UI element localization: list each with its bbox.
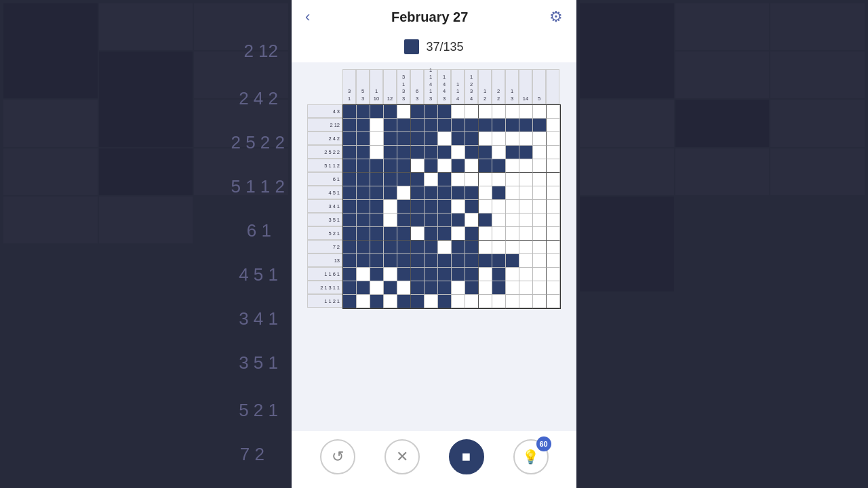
- grid-cell-0-15[interactable]: [547, 105, 560, 119]
- grid-cell-12-14[interactable]: [533, 268, 547, 281]
- grid-cell-0-13[interactable]: [519, 105, 533, 119]
- grid-cell-14-0[interactable]: [343, 295, 357, 308]
- grid-cell-2-7[interactable]: [438, 132, 452, 146]
- grid-cell-4-6[interactable]: [425, 159, 438, 173]
- grid-cell-6-6[interactable]: [425, 186, 438, 200]
- grid-cell-11-13[interactable]: [519, 254, 533, 268]
- grid-cell-14-9[interactable]: [465, 295, 479, 308]
- grid-cell-11-6[interactable]: [425, 254, 438, 268]
- grid-cell-4-5[interactable]: [411, 159, 425, 173]
- grid-cell-11-0[interactable]: [343, 254, 357, 268]
- grid-cell-8-15[interactable]: [547, 214, 560, 227]
- grid-cell-12-2[interactable]: [370, 268, 384, 281]
- grid-cell-12-6[interactable]: [425, 268, 438, 281]
- grid-cell-2-0[interactable]: [343, 132, 357, 146]
- grid-cell-3-7[interactable]: [438, 146, 452, 159]
- grid-cell-12-12[interactable]: [506, 268, 519, 281]
- grid-cell-4-3[interactable]: [384, 159, 397, 173]
- grid-cell-7-9[interactable]: [465, 200, 479, 214]
- grid-cell-13-7[interactable]: [438, 281, 452, 295]
- grid-cell-2-10[interactable]: [479, 132, 492, 146]
- grid-cell-5-4[interactable]: [397, 173, 411, 186]
- grid-cell-14-3[interactable]: [384, 295, 397, 308]
- grid-cell-0-5[interactable]: [411, 105, 425, 119]
- grid-cell-5-5[interactable]: [411, 173, 425, 186]
- grid-cell-13-15[interactable]: [547, 281, 560, 295]
- grid-cell-1-6[interactable]: [425, 119, 438, 132]
- grid-cell-3-2[interactable]: [370, 146, 384, 159]
- grid-cell-14-2[interactable]: [370, 295, 384, 308]
- grid-cell-2-11[interactable]: [492, 132, 506, 146]
- grid-cell-12-1[interactable]: [357, 268, 370, 281]
- grid-cell-1-10[interactable]: [479, 119, 492, 132]
- grid-cell-0-14[interactable]: [533, 105, 547, 119]
- grid-cell-3-13[interactable]: [519, 146, 533, 159]
- grid-cell-5-13[interactable]: [519, 173, 533, 186]
- grid-cell-0-6[interactable]: [425, 105, 438, 119]
- fill-button[interactable]: ■: [449, 439, 484, 474]
- grid-cell-11-15[interactable]: [547, 254, 560, 268]
- grid-cell-3-3[interactable]: [384, 146, 397, 159]
- grid-cell-1-4[interactable]: [397, 119, 411, 132]
- grid-cell-0-7[interactable]: [438, 105, 452, 119]
- grid-cell-6-8[interactable]: [452, 186, 465, 200]
- grid-cell-1-3[interactable]: [384, 119, 397, 132]
- grid-cell-14-1[interactable]: [357, 295, 370, 308]
- grid-cell-6-1[interactable]: [357, 186, 370, 200]
- grid-cell-4-4[interactable]: [397, 159, 411, 173]
- puzzle-grid[interactable]: [342, 104, 561, 309]
- grid-cell-2-6[interactable]: [425, 132, 438, 146]
- grid-cell-3-10[interactable]: [479, 146, 492, 159]
- grid-cell-1-11[interactable]: [492, 119, 506, 132]
- grid-cell-3-8[interactable]: [452, 146, 465, 159]
- grid-cell-4-1[interactable]: [357, 159, 370, 173]
- grid-cell-9-5[interactable]: [411, 227, 425, 241]
- grid-cell-7-12[interactable]: [506, 200, 519, 214]
- grid-cell-4-12[interactable]: [506, 159, 519, 173]
- grid-cell-8-12[interactable]: [506, 214, 519, 227]
- grid-cell-14-4[interactable]: [397, 295, 411, 308]
- grid-cell-12-7[interactable]: [438, 268, 452, 281]
- grid-cell-10-15[interactable]: [547, 241, 560, 254]
- grid-cell-13-6[interactable]: [425, 281, 438, 295]
- grid-cell-6-4[interactable]: [397, 186, 411, 200]
- grid-cell-9-6[interactable]: [425, 227, 438, 241]
- grid-cell-13-3[interactable]: [384, 281, 397, 295]
- grid-cell-10-6[interactable]: [425, 241, 438, 254]
- grid-cell-2-1[interactable]: [357, 132, 370, 146]
- grid-cell-10-8[interactable]: [452, 241, 465, 254]
- grid-cell-1-5[interactable]: [411, 119, 425, 132]
- grid-cell-10-2[interactable]: [370, 241, 384, 254]
- grid-cell-2-9[interactable]: [465, 132, 479, 146]
- grid-cell-7-6[interactable]: [425, 200, 438, 214]
- grid-cell-4-2[interactable]: [370, 159, 384, 173]
- grid-cell-14-6[interactable]: [425, 295, 438, 308]
- grid-cell-10-9[interactable]: [465, 241, 479, 254]
- grid-cell-8-11[interactable]: [492, 214, 506, 227]
- grid-cell-6-12[interactable]: [506, 186, 519, 200]
- grid-cell-1-2[interactable]: [370, 119, 384, 132]
- grid-cell-14-8[interactable]: [452, 295, 465, 308]
- grid-cell-11-7[interactable]: [438, 254, 452, 268]
- grid-cell-6-15[interactable]: [547, 186, 560, 200]
- grid-cell-8-6[interactable]: [425, 214, 438, 227]
- grid-cell-4-11[interactable]: [492, 159, 506, 173]
- grid-cell-3-11[interactable]: [492, 146, 506, 159]
- grid-cell-10-7[interactable]: [438, 241, 452, 254]
- grid-cell-7-3[interactable]: [384, 200, 397, 214]
- grid-cell-8-3[interactable]: [384, 214, 397, 227]
- grid-cell-7-15[interactable]: [547, 200, 560, 214]
- grid-cell-6-0[interactable]: [343, 186, 357, 200]
- grid-cell-1-13[interactable]: [519, 119, 533, 132]
- grid-cell-6-10[interactable]: [479, 186, 492, 200]
- grid-cell-12-4[interactable]: [397, 268, 411, 281]
- grid-cell-8-5[interactable]: [411, 214, 425, 227]
- grid-cell-10-13[interactable]: [519, 241, 533, 254]
- grid-cell-2-3[interactable]: [384, 132, 397, 146]
- grid-cell-9-13[interactable]: [519, 227, 533, 241]
- hint-button[interactable]: 💡 60: [513, 439, 549, 474]
- grid-cell-6-7[interactable]: [438, 186, 452, 200]
- grid-cell-6-11[interactable]: [492, 186, 506, 200]
- grid-cell-14-13[interactable]: [519, 295, 533, 308]
- grid-cell-5-2[interactable]: [370, 173, 384, 186]
